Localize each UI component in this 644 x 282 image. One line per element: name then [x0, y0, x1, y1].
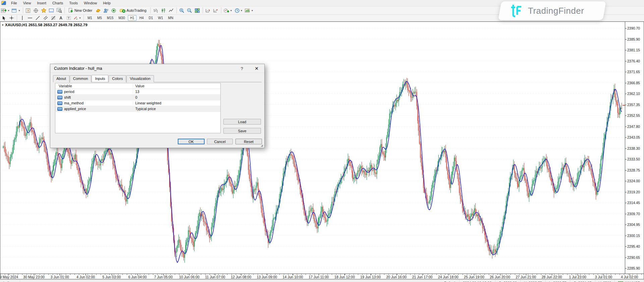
status-ohlcv: L: 2328.75	[546, 280, 570, 282]
numeric-type-icon: 123	[57, 90, 62, 94]
equidistant-channel-button[interactable]	[42, 15, 49, 21]
text-button[interactable]: A	[57, 15, 65, 21]
tab-about[interactable]: About	[53, 75, 69, 82]
time-tick-label: 3 Jun 01:00	[51, 275, 69, 279]
param-value[interactable]: Typical price	[133, 107, 220, 111]
terminal-button[interactable]	[48, 7, 55, 14]
tile-windows-button[interactable]	[194, 7, 201, 14]
cursor-button[interactable]	[0, 15, 8, 21]
menu-tools[interactable]: Tools	[66, 0, 81, 6]
menu-view[interactable]: View	[20, 0, 34, 6]
indicators-button[interactable]: ▼	[223, 7, 233, 14]
arrows-button[interactable]: ▼	[72, 15, 82, 21]
time-tick-label: 20 Jun 16:00	[386, 275, 407, 279]
bar-chart-button[interactable]	[152, 7, 160, 14]
trendline-button[interactable]	[34, 15, 42, 21]
status-ohlcv: C: 2331.05	[570, 280, 595, 282]
sort-ascending-button[interactable]	[212, 7, 220, 14]
param-name: ma_method	[64, 101, 84, 105]
timeframe-w1[interactable]: W1	[156, 15, 165, 21]
tab-visualization[interactable]: Visualization	[126, 75, 154, 82]
community-button[interactable]	[102, 7, 110, 14]
status-symbol[interactable]: XAUUSD	[615, 280, 644, 282]
menu-charts[interactable]: Charts	[49, 0, 66, 6]
tab-colors[interactable]: Colors	[109, 75, 126, 82]
chevron-down-icon: ▼	[79, 17, 81, 19]
timeframe-m30[interactable]: M30	[116, 15, 127, 21]
sort-descending-button[interactable]	[204, 7, 212, 14]
load-button[interactable]: Load	[223, 119, 261, 125]
price-tick-label: 2333.50	[627, 157, 640, 161]
param-value[interactable]: 0	[133, 95, 220, 99]
navigator-button[interactable]	[40, 7, 48, 14]
new-order-button[interactable]: New Order	[66, 7, 94, 14]
price-tick-label: 2376.40	[627, 59, 640, 63]
zoom-out-button[interactable]	[186, 7, 194, 14]
symbol-ohlc-text: XAUUSD,H1 2651.58 2653.27 2649.78 2652.7…	[5, 23, 88, 27]
time-tick-label: 17 Jun 11:00	[309, 275, 329, 279]
app-icon	[1, 1, 6, 5]
horizontal-line-button[interactable]	[26, 15, 34, 21]
table-row[interactable]: 123period13	[55, 89, 220, 95]
dialog-help-button[interactable]: ?	[237, 64, 247, 73]
collapse-triangle-icon[interactable]: ▾	[2, 23, 3, 27]
table-row[interactable]: 123ma_methodLinear weighted	[55, 100, 220, 106]
data-window-button[interactable]	[32, 7, 40, 14]
strategy-tester-button[interactable]	[55, 7, 63, 14]
time-tick-label: 24 Jun 18:00	[438, 275, 459, 279]
candlestick-button[interactable]	[160, 7, 167, 14]
cancel-button[interactable]: Cancel	[207, 139, 233, 144]
svg-text:T: T	[68, 16, 70, 20]
vertical-line-button[interactable]	[18, 15, 26, 21]
resize-grip[interactable]: ◢	[261, 144, 264, 147]
text-label-button[interactable]: T	[65, 15, 72, 21]
reset-button[interactable]: Reset	[235, 139, 262, 144]
price-tick-label: 2290.65	[627, 255, 640, 260]
status-bar-time: 2024.06.19 12:00	[460, 280, 495, 282]
ok-button[interactable]: OK	[178, 139, 205, 144]
time-tick-label: 11 Jun 07:00	[205, 275, 225, 279]
param-value[interactable]: 13	[133, 90, 220, 94]
time-tick-label: 6 Jun 04:00	[128, 275, 147, 279]
tab-inputs[interactable]: Inputs	[92, 75, 108, 82]
param-value[interactable]: Linear weighted	[133, 101, 220, 105]
profiles-button[interactable]: ▼	[11, 7, 21, 14]
save-button[interactable]: Save	[223, 128, 261, 134]
timeframe-d1[interactable]: D1	[146, 15, 155, 21]
dialog-close-button[interactable]: ✕	[251, 64, 262, 73]
dialog-title-bar[interactable]: Custom Indicator - hull_ma ? ✕	[50, 64, 264, 73]
timeframe-mn[interactable]: MN	[166, 15, 176, 21]
menu-window[interactable]: Window	[81, 0, 100, 6]
table-row[interactable]: 123applied_priceTypical price	[55, 106, 220, 112]
timeframe-h1[interactable]: H1	[128, 15, 137, 21]
status-profile[interactable]: Default	[441, 280, 460, 282]
metaeditor-button[interactable]	[94, 7, 102, 14]
menu-help[interactable]: Help	[100, 0, 114, 6]
tradingfinder-logo-text: TradingFinder	[528, 6, 584, 16]
price-axis[interactable]: 2390.702385.902381.152376.402371.652366.…	[625, 22, 644, 274]
tab-common[interactable]: Common	[70, 75, 92, 82]
timeframe-m5[interactable]: M5	[95, 15, 104, 21]
marketplace-button[interactable]	[110, 7, 117, 14]
timeframe-m15[interactable]: M15	[105, 15, 116, 21]
fibonacci-button[interactable]	[49, 15, 57, 21]
numeric-type-icon: 123	[57, 101, 62, 105]
price-tick-label: 2343.05	[627, 135, 640, 139]
zoom-in-button[interactable]	[178, 7, 186, 14]
menu-insert[interactable]: Insert	[34, 0, 49, 6]
new-order-label: New Order	[74, 8, 92, 12]
table-row[interactable]: 123shift0	[55, 95, 220, 100]
chevron-down-icon: ▼	[7, 9, 10, 12]
templates-button[interactable]: ▼	[244, 7, 254, 14]
periods-button[interactable]: ▼	[233, 7, 244, 14]
crosshair-button[interactable]	[8, 15, 15, 21]
time-axis[interactable]: 29 May 202430 May 23:003 Jun 01:004 Jun …	[0, 274, 644, 279]
autotrading-button[interactable]: AutoTrading	[117, 7, 149, 14]
timeframe-h4[interactable]: H4	[137, 15, 146, 21]
new-chart-button[interactable]: ▼	[0, 7, 11, 14]
line-chart-button[interactable]	[167, 7, 175, 14]
market-watch-button[interactable]	[24, 7, 32, 14]
dialog-tabs: AboutCommonInputsColorsVisualization	[50, 73, 264, 82]
timeframe-m1[interactable]: M1	[85, 15, 95, 21]
menu-file[interactable]: File	[8, 0, 20, 6]
